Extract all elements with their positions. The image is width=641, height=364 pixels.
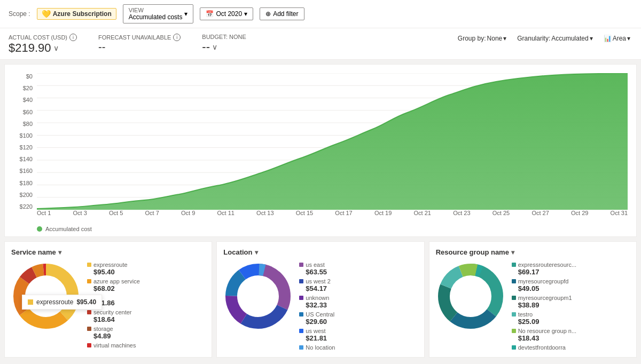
tooltip-name: expressroute	[36, 298, 73, 306]
list-item: testro $25.09	[512, 311, 630, 326]
x-axis-label: Oct 17	[335, 210, 352, 216]
forecast-block: FORECAST UNAVAILABLE i --	[98, 34, 181, 53]
x-axis-label: Oct 13	[256, 210, 273, 216]
service-panel-content: expressroute $95.40 expressroute $95.40 …	[11, 262, 205, 349]
x-axis: Oct 1Oct 3Oct 5Oct 7Oct 9Oct 11Oct 13Oct…	[37, 210, 628, 223]
legend-item-name: No resource group n...	[518, 328, 576, 334]
actual-cost-value[interactable]: $219.90 ∨	[9, 41, 77, 55]
y-axis-label: $220	[20, 203, 33, 210]
chart-wrapper: $220$200$180$160$140$120$100$80$60$40$20…	[13, 73, 628, 223]
bottom-panels: Service name ▾ expressrou	[4, 241, 637, 358]
legend-item-name: devtestfrontdoorra	[518, 344, 566, 351]
location-legend-list: us east $63.55 us west 2 $54.17 unknown …	[299, 262, 417, 351]
x-axis-label: Oct 1	[37, 210, 51, 216]
forecast-label: FORECAST UNAVAILABLE i	[98, 34, 181, 41]
budget-label: BUDGET: NONE	[202, 34, 246, 40]
legend-item-value: $18.43	[518, 334, 630, 342]
list-item: virtual machines	[87, 342, 205, 349]
list-item: storage $4.89	[87, 326, 205, 340]
scope-value: Azure Subscription	[53, 10, 112, 18]
budget-value[interactable]: -- ∨	[202, 40, 246, 54]
y-axis-label: $160	[20, 168, 33, 174]
legend-item-name: unknown	[306, 295, 329, 301]
legend-item-name: azure app service	[93, 278, 140, 284]
service-legend-list: expressroute $95.40 azure app service $6…	[87, 262, 205, 349]
legend-item-name: us west 2	[306, 278, 330, 284]
legend-item-value: $29.60	[306, 318, 417, 326]
add-filter-button[interactable]: ⊕ Add filter	[260, 7, 304, 20]
chevron-down-icon: ▾	[184, 10, 187, 18]
legend-color-swatch	[512, 296, 516, 300]
tooltip-color-box	[28, 299, 33, 305]
group-by-value: None	[487, 35, 503, 42]
y-axis-label: $200	[20, 192, 33, 198]
chart-type-icon: 📊	[604, 35, 612, 42]
chart-legend: Accumulated cost	[13, 226, 628, 232]
legend-item-name: expressroute	[93, 262, 128, 268]
list-item: expressroute $95.40	[87, 262, 205, 276]
legend-item-value: $95.40	[93, 268, 205, 276]
resourcegroup-panel-content: expressrouteresourc... $69.17 myresource…	[436, 262, 630, 351]
y-axis-label: $140	[20, 156, 33, 162]
chevron-down-icon: ▾	[511, 249, 514, 256]
legend-item-value: $21.81	[306, 334, 417, 342]
chevron-down-icon: ∨	[212, 43, 217, 51]
legend-item-value: $63.55	[306, 268, 417, 276]
list-item: US Central $29.60	[299, 311, 417, 326]
chevron-down-icon: ▾	[58, 249, 61, 256]
legend-item-value: $38.89	[518, 301, 630, 309]
legend-item-value: $69.17	[518, 268, 630, 276]
view-button[interactable]: VIEW Accumulated costs ▾	[123, 4, 194, 23]
date-picker-button[interactable]: 📅 Oct 2020 ▾	[200, 7, 253, 20]
x-axis-label: Oct 19	[374, 210, 392, 216]
list-item: security center $18.64	[87, 309, 205, 323]
chevron-down-icon: ▾	[255, 249, 258, 256]
y-axis-label: $60	[23, 109, 33, 115]
legend-item-name: myresourcegroupfd	[518, 278, 569, 284]
granularity-value: Accumulated	[551, 35, 588, 42]
x-axis-label: Oct 27	[531, 210, 549, 216]
y-axis-label: $80	[23, 121, 33, 127]
scope-badge[interactable]: 💛 Azure Subscription	[37, 8, 116, 20]
chart-inner	[37, 73, 628, 210]
y-axis-label: $120	[20, 144, 33, 151]
legend-item-value: $54.17	[306, 284, 417, 292]
resourcegroup-title: Resource group name	[436, 248, 509, 256]
granularity-label: Granularity:	[517, 35, 550, 42]
legend-color-swatch	[299, 329, 303, 333]
service-panel-header[interactable]: Service name ▾	[11, 248, 205, 256]
x-axis-label: Oct 3	[73, 210, 87, 216]
add-filter-label: Add filter	[273, 10, 298, 18]
actual-cost-info-icon: i	[69, 34, 77, 41]
service-title: Service name	[11, 248, 56, 256]
y-axis-label: $20	[23, 85, 33, 91]
scope-label: Scope :	[9, 10, 30, 18]
budget-block: BUDGET: NONE -- ∨	[202, 34, 246, 54]
chevron-down-icon: ▾	[503, 35, 506, 42]
legend-item-value: $68.02	[93, 284, 205, 292]
chart-type-button[interactable]: 📊 Area ▾	[601, 34, 632, 43]
svg-point-32	[450, 276, 491, 316]
x-axis-label: Oct 15	[296, 210, 313, 216]
x-axis-label: Oct 5	[109, 210, 123, 216]
x-axis-label: Oct 9	[181, 210, 195, 216]
list-item: us west $21.81	[299, 328, 417, 342]
granularity-button[interactable]: Granularity: Accumulated ▾	[515, 34, 595, 43]
location-panel-content: us east $63.55 us west 2 $54.17 unknown …	[223, 262, 417, 351]
chevron-down-icon: ▾	[244, 10, 247, 18]
list-item: No location	[299, 344, 417, 351]
metrics-bar: ACTUAL COST (USD) i $219.90 ∨ FORECAST U…	[0, 28, 641, 60]
legend-color-swatch	[87, 310, 91, 314]
legend-color-swatch	[87, 279, 91, 283]
resourcegroup-panel-header[interactable]: Resource group name ▾	[436, 248, 630, 256]
location-panel-header[interactable]: Location ▾	[223, 248, 417, 256]
legend-item-name: myresourcegroupm1	[518, 295, 572, 301]
location-donut-chart	[223, 262, 293, 331]
service-panel: Service name ▾ expressrou	[4, 241, 212, 358]
list-item: us west 2 $54.17	[299, 278, 417, 292]
view-label: VIEW	[129, 7, 144, 13]
chevron-down-icon: ▾	[627, 35, 630, 42]
group-by-button[interactable]: Group by: None ▾	[456, 34, 509, 43]
legend-color-swatch	[512, 263, 516, 267]
list-item: expressrouteresourc... $69.17	[512, 262, 630, 276]
